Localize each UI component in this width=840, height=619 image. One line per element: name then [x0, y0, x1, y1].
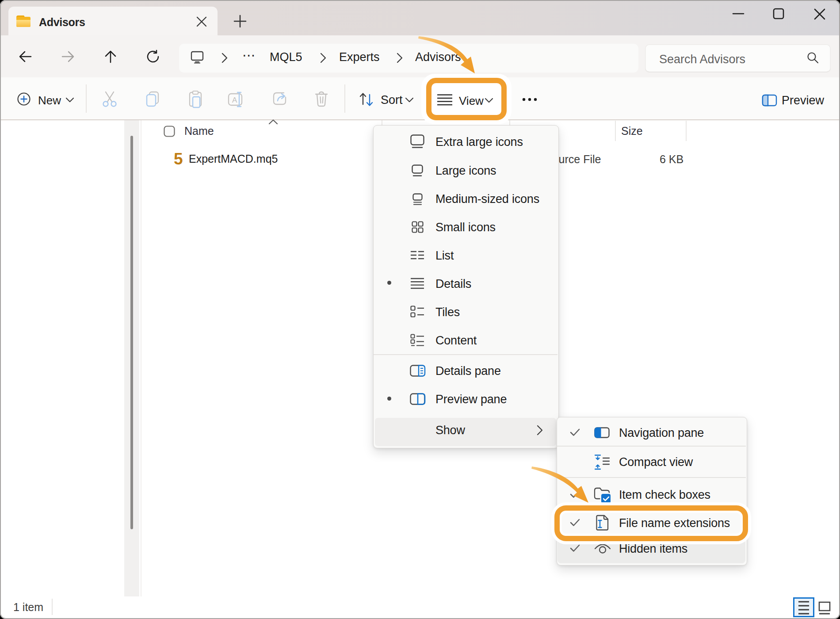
svg-text:A: A	[232, 96, 237, 104]
